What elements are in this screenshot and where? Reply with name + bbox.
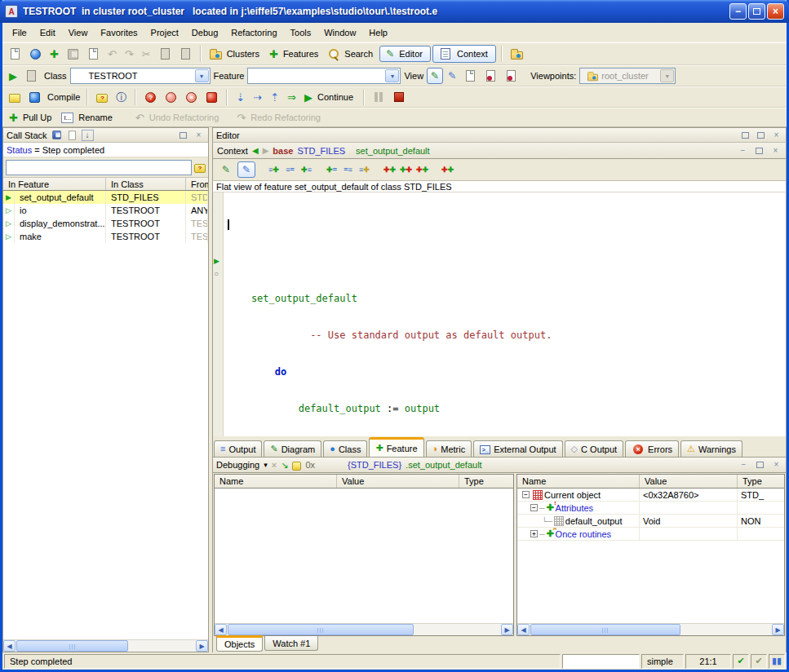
new-window-button[interactable]	[6, 46, 24, 62]
tab-c-output[interactable]: ◇C Output	[565, 440, 624, 457]
objects-table-hscrollbar[interactable]: ◀ ▶	[517, 623, 784, 635]
col-value[interactable]: Value	[640, 475, 738, 488]
tab-metric[interactable]: ◑Metric	[426, 440, 472, 457]
call-stack-close-button[interactable]: ×	[193, 130, 205, 141]
open-project-button[interactable]	[26, 46, 45, 62]
class-combobox[interactable]: TESTROOT ▾	[70, 68, 211, 84]
call-stack-row[interactable]: ▶ set_output_default STD_FILES STD_	[3, 191, 208, 204]
scroll-right-icon[interactable]: ▶	[501, 624, 513, 635]
expand-icon[interactable]: +	[530, 530, 538, 537]
scroll-thumb[interactable]	[228, 624, 414, 635]
external-editor-button[interactable]	[508, 46, 526, 61]
title-bar[interactable]: A TESTROOT in cluster root_cluster locat…	[0, 0, 789, 23]
code-editor[interactable]: ▶ ○ set_output_default -- Use standard o…	[212, 192, 787, 436]
call-stack-row[interactable]: ▷ io TESTROOT ANY	[3, 204, 208, 217]
callers-icon[interactable]: ≡✚	[267, 163, 281, 176]
object-row[interactable]: − ─ ✚! Attributes	[517, 502, 784, 515]
history-back-icon[interactable]: ◀	[252, 147, 259, 155]
watch-table-hscrollbar[interactable]: ◀ ▶	[215, 623, 513, 635]
col-type[interactable]: Type	[459, 475, 513, 488]
maximize-button[interactable]	[748, 3, 765, 20]
melt-button[interactable]	[6, 91, 24, 104]
tab-warnings[interactable]: ⚠Warnings	[680, 440, 742, 457]
scroll-left-icon[interactable]: ◀	[215, 624, 227, 635]
ancestors-icon[interactable]: ✚✚	[383, 163, 397, 176]
breakpoint-slot-icon[interactable]: ○	[214, 270, 219, 278]
object-row[interactable]: − Current object <0x32A8760> STD_	[517, 489, 784, 502]
assignees-icon[interactable]: ✚=	[325, 163, 339, 176]
col-type[interactable]: Type	[738, 475, 784, 488]
debug-run-button[interactable]: ?	[141, 90, 160, 105]
new-feature-view-button[interactable]: ✎	[237, 161, 255, 178]
col-in-class[interactable]: In Class	[106, 178, 186, 190]
assigners-icon[interactable]: ✚≡	[299, 163, 313, 176]
menu-file[interactable]: File	[6, 24, 33, 41]
tab-output[interactable]: ≡Output	[214, 440, 262, 457]
save-button[interactable]	[64, 46, 82, 62]
freeze-button[interactable]	[25, 90, 44, 105]
undo-refactoring-button[interactable]: ↶ Undo Refactoring	[132, 111, 224, 125]
scroll-track[interactable]	[227, 624, 501, 635]
contract-view-button[interactable]	[481, 68, 500, 84]
tab-watch-1[interactable]: Watch #1	[264, 636, 318, 651]
menu-edit[interactable]: Edit	[33, 24, 62, 41]
copy-call-stack-button[interactable]	[66, 130, 78, 141]
scroll-track[interactable]	[16, 640, 196, 652]
call-stack-hscrollbar[interactable]: ◀ ▶	[3, 639, 208, 652]
execution-point-icon[interactable]: ▶	[214, 257, 219, 265]
paste-button[interactable]	[176, 46, 195, 62]
flat-contract-view-button[interactable]	[502, 68, 521, 84]
context-toggle-button[interactable]: Context	[432, 45, 496, 63]
minimize-button[interactable]: −	[729, 3, 747, 20]
menu-refactoring[interactable]: Refactoring	[224, 24, 283, 41]
rename-button[interactable]: I... Rename	[58, 111, 117, 125]
feature-combobox[interactable]: ▾	[247, 68, 401, 84]
object-row[interactable]: └─ default_output Void NON	[517, 515, 784, 528]
collapse-icon[interactable]: −	[530, 504, 538, 511]
debugging-minimize-button[interactable]: −	[738, 459, 750, 471]
menu-debug[interactable]: Debug	[185, 24, 224, 41]
tab-errors[interactable]: ×Errors	[625, 440, 679, 457]
menu-favorites[interactable]: Favorites	[94, 24, 144, 41]
step-out-button[interactable]: ⇡	[267, 91, 282, 104]
scroll-left-icon[interactable]: ◀	[3, 640, 16, 652]
cut-button[interactable]: ✂	[139, 47, 154, 61]
editor-close-button[interactable]: ×	[770, 130, 782, 141]
debugging-close-tool-icon[interactable]: ×	[272, 460, 277, 470]
menu-view[interactable]: View	[62, 24, 95, 41]
project-ok-indicator[interactable]: ✔	[751, 654, 767, 669]
scroll-thumb[interactable]	[16, 640, 128, 652]
watch-table-body[interactable]	[215, 489, 513, 623]
callees-icon[interactable]: ≡=	[283, 163, 297, 176]
code-text[interactable]: set_output_default -- Use standard outpu…	[224, 192, 786, 436]
col-value[interactable]: Value	[337, 475, 459, 488]
context-maximize-button[interactable]	[753, 145, 765, 157]
edit-feature-button[interactable]: ✎	[217, 161, 235, 178]
new-item-button[interactable]: ✚	[47, 47, 62, 61]
watch-table-header[interactable]: Name Value Type	[215, 475, 513, 489]
col-in-feature[interactable]: In Feature	[3, 178, 106, 190]
tab-class[interactable]: ●Class	[323, 440, 367, 457]
editor-toggle-button[interactable]: ✎ Editor	[379, 46, 431, 62]
stop-application-button[interactable]	[389, 89, 409, 105]
feature-combobox-arrow[interactable]: ▾	[385, 69, 399, 82]
col-from[interactable]: From	[186, 178, 208, 190]
clusters-button[interactable]: Clusters	[206, 46, 264, 61]
scroll-thumb[interactable]	[530, 624, 680, 635]
save-all-button[interactable]	[84, 46, 103, 62]
attach-icon[interactable]: ↘	[281, 460, 288, 471]
class-combobox-arrow[interactable]: ▾	[195, 69, 209, 82]
debug-params-button[interactable]	[202, 90, 221, 105]
col-name[interactable]: Name	[215, 475, 337, 488]
editor-restore-button[interactable]	[739, 130, 751, 141]
close-button[interactable]: ×	[767, 3, 784, 20]
search-button[interactable]: Search	[325, 46, 378, 61]
scroll-right-icon[interactable]: ▶	[772, 624, 784, 635]
objects-table-body[interactable]: − Current object <0x32A8760> STD_ −	[517, 489, 784, 623]
call-stack-table-header[interactable]: In Feature In Class From	[3, 177, 208, 191]
debugger-state-indicator[interactable]: ▮▮	[769, 654, 785, 669]
compile-warnings-button[interactable]: ?	[93, 91, 111, 104]
step-over-button[interactable]: ⇢	[250, 91, 265, 104]
breakpoint-gutter[interactable]: ▶ ○	[213, 192, 224, 436]
editor-maximize-button[interactable]	[755, 130, 767, 141]
